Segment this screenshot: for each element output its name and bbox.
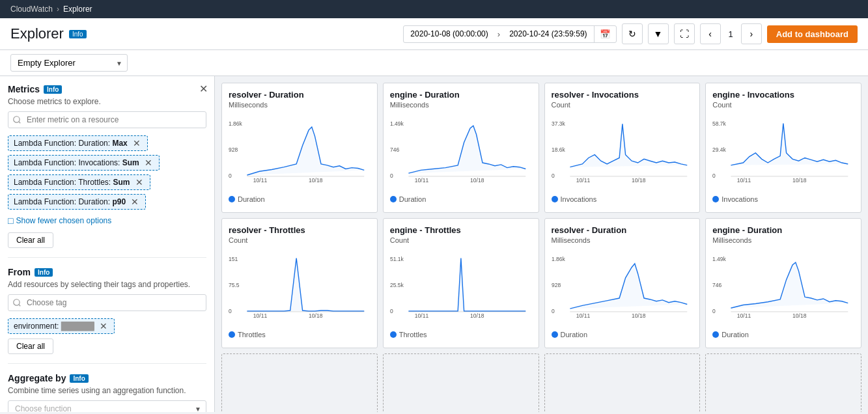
svg-text:928: 928 [552,282,561,288]
main-layout: ✕ Metrics Info Choose metrics to explore… [0,76,868,412]
svg-text:10/11: 10/11 [253,177,268,184]
aggregate-subtitle: Combine time series using an aggregation… [8,386,206,395]
tag-label: Lambda Function: Throttles: Sum [14,178,130,187]
from-subtitle: Add resources by selecting their tags an… [8,280,206,289]
svg-text:10/18: 10/18 [470,312,484,319]
svg-text:1.86k: 1.86k [552,256,566,262]
legend-dot [229,331,235,338]
svg-text:10/11: 10/11 [576,177,590,184]
chart-svg: 1.86k 928 0 10/11 10/18 [229,113,371,191]
left-panel: ✕ Metrics Info Choose metrics to explore… [0,76,215,412]
svg-text:18.6k: 18.6k [552,146,566,153]
function-select-wrapper: Choose function [8,400,206,412]
legend-dot [712,331,719,338]
svg-text:75.5: 75.5 [229,282,240,288]
date-end-btn[interactable]: 2020-10-24 (23:59:59) [503,26,593,42]
header-left: Explorer Info [10,25,87,42]
divider1 [8,257,206,258]
svg-text:0: 0 [390,308,393,314]
chart-title: engine - Throttles [390,225,532,235]
svg-text:151: 151 [229,256,238,262]
add-dashboard-btn[interactable]: Add to dashboard [767,25,858,43]
svg-text:10/18: 10/18 [309,312,323,319]
function-select[interactable]: Choose function [8,400,206,412]
svg-text:0: 0 [552,308,555,314]
legend-dot [390,331,397,338]
legend-label: Duration [561,331,588,338]
metrics-tags: Lambda Function: Duration: Max ✕ Lambda … [8,133,206,212]
empty-chart-1 [221,353,378,412]
svg-text:10/18: 10/18 [470,177,484,184]
svg-text:10/11: 10/11 [415,312,429,319]
prev-page-btn[interactable]: ‹ [700,23,721,44]
svg-text:1.49k: 1.49k [712,256,727,262]
refresh-btn[interactable]: ↻ [622,23,643,44]
chart-legend: Duration [552,331,693,338]
chart-resolver-throttles: resolver - Throttles Count 151 75.5 0 10… [221,218,378,348]
charts-area: resolver - Duration Milliseconds 1.86k 9… [215,76,868,412]
chart-title: engine - Invocations [712,90,854,100]
clear-all-metrics-btn[interactable]: Clear all [8,232,53,248]
show-fewer-link[interactable]: □ Show fewer chosen options [8,215,206,226]
tag-throttles-sum: Lambda Function: Throttles: Sum ✕ [8,174,150,190]
svg-text:10/11: 10/11 [737,177,751,184]
top-nav: CloudWatch › Explorer [0,0,868,18]
header-info-badge[interactable]: Info [69,30,87,38]
chart-engine-throttles: engine - Throttles Count 51.1k 25.5k 0 1… [383,218,539,348]
legend-dot [552,196,558,202]
chart-legend: Duration [712,331,854,338]
chart-subtitle: Count [712,101,854,109]
svg-text:746: 746 [712,282,721,288]
explorer-select[interactable]: Empty Explorer [10,54,128,72]
page-number: 1 [723,29,738,39]
metrics-section-title: Metrics Info [8,84,206,94]
tag-label: Lambda Function: Duration: Max [14,139,128,148]
nav-sep: › [57,5,59,14]
svg-text:58.7k: 58.7k [712,120,727,127]
svg-text:0: 0 [712,308,716,314]
tag-remove-throttles-sum[interactable]: ✕ [134,177,145,187]
date-start-btn[interactable]: 2020-10-08 (00:00:00) [404,26,494,42]
next-page-btn[interactable]: › [741,23,762,44]
metrics-search-input[interactable] [8,111,206,128]
chart-legend: Throttles [229,331,371,338]
svg-text:10/18: 10/18 [792,312,807,319]
legend-label: Duration [399,195,427,203]
tag-duration-p90: Lambda Function: Duration: p90 ✕ [8,194,146,210]
chart-title: resolver - Duration [552,225,693,235]
svg-text:37.3k: 37.3k [552,120,566,127]
metrics-subtitle: Choose metrics to explore. [8,97,206,106]
page-title: Explorer [10,25,64,42]
clear-all-from-btn[interactable]: Clear all [8,338,53,354]
chart-subtitle: Count [390,236,532,244]
legend-dot [390,196,397,202]
chart-title: resolver - Duration [229,90,371,100]
svg-text:10/18: 10/18 [792,177,807,184]
metrics-info-badge[interactable]: Info [44,85,62,94]
aggregate-section-title: Aggregate by Info [8,373,206,383]
fullscreen-btn[interactable]: ⛶ [674,23,695,44]
svg-text:0: 0 [712,172,716,179]
chart-legend: Duration [390,195,532,203]
chart-subtitle: Milliseconds [712,236,854,244]
settings-btn[interactable]: ▼ [648,23,669,44]
chart-svg: 58.7k 29.4k 0 10/11 10/18 [712,113,854,191]
from-info-badge[interactable]: Info [35,268,53,277]
env-tag-remove[interactable]: ✕ [98,321,109,331]
empty-chart-2 [383,353,539,412]
calendar-btn[interactable]: 📅 [594,26,616,42]
tag-remove-invocations-sum[interactable]: ✕ [143,158,154,168]
panel-close-btn[interactable]: ✕ [199,83,208,95]
svg-text:10/11: 10/11 [737,312,751,319]
svg-text:0: 0 [390,172,393,179]
divider2 [8,363,206,364]
aggregate-info-badge[interactable]: Info [70,374,88,383]
legend-label: Throttles [399,331,427,338]
tag-remove-duration-p90[interactable]: ✕ [130,197,140,207]
nav-cloudwatch[interactable]: CloudWatch [10,5,53,14]
tag-search-input[interactable] [8,294,206,311]
svg-text:10/11: 10/11 [576,312,590,319]
nav-explorer: Explorer [63,5,92,14]
empty-chart-4 [705,353,861,412]
tag-remove-duration-max[interactable]: ✕ [132,138,142,148]
